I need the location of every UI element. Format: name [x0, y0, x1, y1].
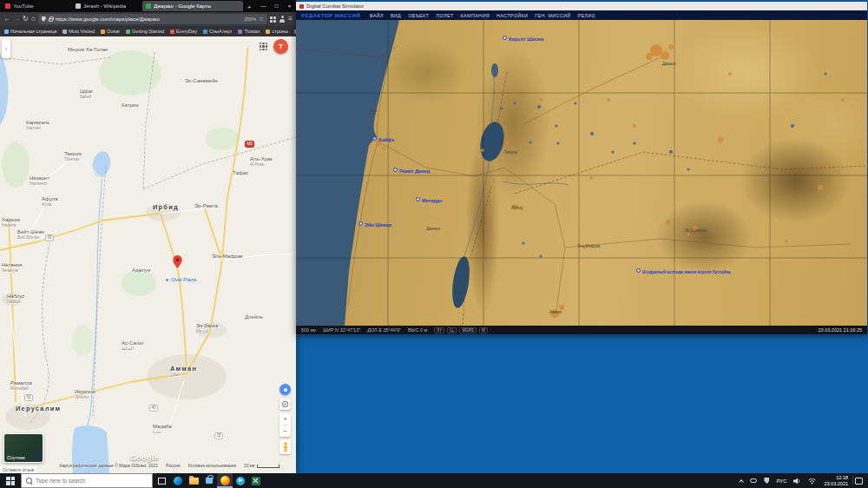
bookmark-item[interactable]: Getting Started: [126, 29, 164, 34]
tray-overflow-chevron-icon[interactable]: [736, 473, 746, 488]
google-apps-grid-icon[interactable]: [260, 43, 267, 50]
start-button[interactable]: [0, 473, 21, 488]
place-marker-pin[interactable]: [173, 255, 182, 272]
dcs-menu-item[interactable]: РЕЛИЗ: [578, 13, 595, 18]
dcs-status-button[interactable]: LL: [447, 327, 457, 333]
map-city-label: Эль-Мафрак: [212, 254, 242, 259]
map-city-label: Аджлун: [132, 267, 150, 273]
edge-icon[interactable]: [170, 473, 186, 488]
map-city-label: ХадераHadera: [2, 217, 20, 228]
browser-tab-youtube[interactable]: YouTube: [2, 1, 71, 11]
onedrive-cloud-icon[interactable]: [746, 473, 760, 488]
excel-glyph: [252, 477, 260, 485]
city-name-latin: Jericho: [75, 394, 95, 399]
poi-oval-plaza[interactable]: Oval Plaza: [165, 277, 196, 282]
back-button[interactable]: ←: [3, 16, 10, 23]
zoom-out-button[interactable]: −: [279, 425, 291, 437]
dcs-map[interactable]: Кирьят ШмонаХайфаРамат ДавидМегиддоЭйн Ш…: [296, 20, 867, 326]
bookmark-item[interactable]: Tlostan: [238, 29, 260, 34]
account-icon[interactable]: [279, 16, 286, 23]
attribution-country[interactable]: Россия: [166, 463, 180, 468]
forward-button[interactable]: →: [13, 16, 20, 23]
browser-tab-google-maps[interactable]: Джараш - Google Карты: [142, 1, 243, 11]
my-location-icon[interactable]: [279, 384, 291, 395]
extensions-icon[interactable]: [270, 16, 276, 23]
bookmark-favicon: [62, 30, 67, 34]
taskbar-search[interactable]: [21, 473, 153, 488]
telegram-icon[interactable]: [233, 473, 248, 488]
bookmark-item[interactable]: СлыАлерт: [203, 29, 233, 34]
dcs-altitude: ВЫС 0 м: [408, 327, 427, 333]
dcs-status-button[interactable]: XY: [434, 327, 444, 333]
dcs-menu-item[interactable]: ВИД: [391, 13, 401, 18]
task-view-button[interactable]: [153, 473, 170, 488]
pegman-icon[interactable]: [279, 440, 291, 454]
dcs-menu-item[interactable]: ФАЙЛ: [369, 13, 384, 18]
lock-icon[interactable]: [49, 18, 53, 22]
menu-icon[interactable]: ≡: [288, 16, 293, 23]
close-button[interactable]: ×: [283, 0, 296, 12]
google-map[interactable]: Мером Ха-ГоланЭс-СанамейнЦфатSafedКатрин…: [0, 36, 296, 473]
dcs-menu-item[interactable]: ОБЪЕКТ: [408, 13, 429, 18]
store-icon[interactable]: [201, 473, 217, 488]
account-avatar[interactable]: T: [273, 39, 288, 54]
city-name-ru: Иерусалим: [16, 405, 61, 412]
tab-strip: YouTubeJerash - WikipediaДжараш - Google…: [2, 0, 244, 12]
browser-tab-wikipedia[interactable]: Jerash - Wikipedia: [72, 1, 141, 11]
city-name-latin: Nazareth: [30, 181, 49, 186]
system-tray: РУС 12:18 23.03.2021: [736, 473, 868, 488]
dcs-menu-item[interactable]: КАМПАНИЯ: [461, 13, 490, 18]
home-button[interactable]: ⌂: [31, 16, 36, 23]
file-explorer-glyph: [189, 478, 199, 485]
dcs-window-title: Digital Combat Simulator: [306, 3, 364, 9]
bookmark-item[interactable]: EveryDay: [170, 29, 197, 34]
bookmark-item[interactable]: строны: [266, 29, 287, 34]
minimize-button[interactable]: —: [257, 0, 270, 12]
new-tab-button[interactable]: +: [244, 2, 254, 12]
dcs-menu-item[interactable]: НАСТРОЙКИ: [496, 13, 528, 18]
bookmark-item[interactable]: Oukar: [101, 29, 120, 34]
firefox-icon[interactable]: [217, 473, 233, 488]
side-panel-toggle[interactable]: ›: [2, 39, 10, 58]
bookmark-item[interactable]: Начальная страница: [4, 29, 56, 34]
city-name-ru: Ирбид: [153, 203, 179, 211]
dcs-town-label: Акко: [369, 109, 378, 113]
dcs-longitude: ДОЛ E 35°44'9": [367, 327, 401, 333]
dcs-menu-item[interactable]: ГЕН. МИССИЙ: [535, 13, 570, 18]
volume-icon[interactable]: [790, 473, 805, 488]
map-scale: 20 км: [244, 463, 279, 468]
dcs-menu-item[interactable]: ПОЛЕТ: [436, 13, 453, 18]
url-text[interactable]: https://www.google.com/maps/place/Джараш: [56, 16, 241, 22]
dcs-title-bar[interactable]: Digital Combat Simulator: [296, 2, 867, 10]
tracking-shield-icon[interactable]: [42, 16, 46, 22]
network-wifi-icon[interactable]: [805, 473, 819, 488]
map-city-label: Мадабаمادبا: [153, 424, 172, 434]
language-indicator[interactable]: РУС: [773, 473, 790, 488]
bookmark-star-icon[interactable]: ☆: [259, 16, 264, 23]
excel-icon[interactable]: [248, 473, 264, 488]
dcs-town-label: Эс-Сувейда: [685, 228, 707, 233]
zoom-in-button[interactable]: +: [279, 413, 291, 425]
map-city-label: Амманعمّان: [170, 366, 197, 377]
file-explorer-icon[interactable]: [186, 473, 201, 488]
map-city-label: АфулаAfula: [42, 196, 58, 207]
reload-button[interactable]: ↻: [23, 16, 29, 23]
security-shield-icon[interactable]: [760, 473, 773, 488]
map-attribution: Картографические данные © Mapa GISrael, …: [48, 463, 291, 468]
satellite-layer-toggle[interactable]: Спутник: [3, 433, 43, 463]
city-name-ru: Длейль: [245, 314, 263, 320]
dcs-status-button[interactable]: MGRS: [459, 327, 477, 333]
bookmark-favicon: [203, 30, 207, 34]
page-zoom-indicator[interactable]: 150%: [244, 16, 256, 22]
bookmark-item[interactable]: Most Visited: [62, 29, 95, 34]
dcs-status-button[interactable]: М: [479, 327, 488, 333]
action-center-icon[interactable]: [855, 478, 863, 485]
taskbar-search-input[interactable]: [36, 478, 148, 484]
maximize-button[interactable]: □: [270, 0, 283, 12]
url-bar[interactable]: https://www.google.com/maps/place/Джараш…: [38, 14, 268, 24]
terms-link[interactable]: Условия использования: [187, 463, 236, 468]
compass-icon[interactable]: [279, 399, 291, 410]
city-name-ru: Мером Ха-Голан: [68, 47, 108, 52]
taskbar-clock[interactable]: 12:18 23.03.2021: [819, 475, 852, 486]
feedback-link[interactable]: Оставьте отзыв: [0, 466, 36, 473]
